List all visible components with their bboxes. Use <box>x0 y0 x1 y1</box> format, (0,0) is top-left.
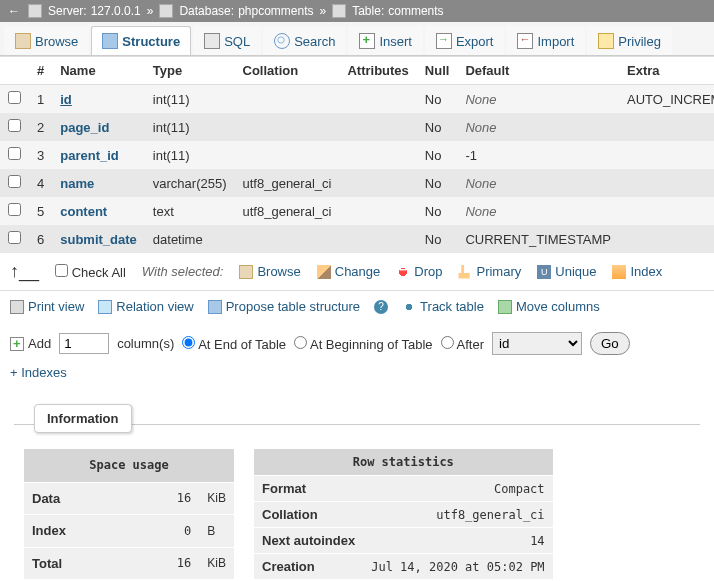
col-attr <box>339 197 416 225</box>
col-extra-header[interactable]: Extra <box>619 57 714 85</box>
tab-browse[interactable]: Browse <box>4 26 89 55</box>
col-collation-header[interactable]: Collation <box>235 57 340 85</box>
print-view[interactable]: Print view <box>10 299 84 314</box>
row-statistics-table: Row statistics FormatCompactCollationutf… <box>254 449 553 580</box>
information-section: Information Space usage Data16KiBIndex0B… <box>14 404 700 581</box>
add-count-input[interactable] <box>59 333 109 354</box>
row-checkbox[interactable] <box>8 147 21 160</box>
eye-icon <box>402 300 416 314</box>
stat-val: 16 <box>133 547 199 579</box>
move-columns[interactable]: Move columns <box>498 299 600 314</box>
col-name[interactable]: id <box>52 85 145 114</box>
tab-privileges[interactable]: Privileg <box>587 26 672 55</box>
search-icon <box>274 33 290 49</box>
stat-unit: KiB <box>199 482 234 514</box>
track-table[interactable]: Track table <box>402 299 484 314</box>
col-collation <box>235 113 340 141</box>
back-arrow-icon[interactable]: ← <box>8 4 20 18</box>
col-name[interactable]: name <box>52 169 145 197</box>
row-checkbox[interactable] <box>8 175 21 188</box>
go-button[interactable]: Go <box>590 332 630 355</box>
stat-key: Data <box>24 482 133 514</box>
tab-structure[interactable]: Structure <box>91 26 191 55</box>
col-num: 1 <box>29 85 52 114</box>
sel-change[interactable]: Change <box>317 264 381 279</box>
row-checkbox[interactable] <box>8 231 21 244</box>
with-selected-label: With selected: <box>142 264 224 279</box>
browse-icon <box>15 33 31 49</box>
col-name-header[interactable]: Name <box>52 57 145 85</box>
stat-key: Index <box>24 515 133 547</box>
export-icon <box>436 33 452 49</box>
col-null: No <box>417 113 458 141</box>
tab-import[interactable]: Import <box>506 26 585 55</box>
help-icon[interactable]: ? <box>374 300 388 314</box>
col-name[interactable]: parent_id <box>52 141 145 169</box>
tab-insert[interactable]: Insert <box>348 26 423 55</box>
propose-structure[interactable]: Propose table structure <box>208 299 360 314</box>
stat-key: Format <box>254 476 363 502</box>
col-attr-header[interactable]: Attributes <box>339 57 416 85</box>
server-label: Server: <box>48 4 87 18</box>
row-checkbox[interactable] <box>8 91 21 104</box>
col-num: 6 <box>29 225 52 253</box>
server-link[interactable]: 127.0.0.1 <box>91 4 141 18</box>
tab-sql[interactable]: SQL <box>193 26 261 55</box>
col-attr <box>339 169 416 197</box>
db-link[interactable]: phpcomments <box>238 4 313 18</box>
table-row: 1idint(11)NoNoneAUTO_INCREMENT <box>0 85 714 114</box>
col-null: No <box>417 225 458 253</box>
stat-val: utf8_general_ci <box>363 502 552 528</box>
sel-drop[interactable]: Drop <box>396 264 442 279</box>
col-default: CURRENT_TIMESTAMP <box>457 225 619 253</box>
space-usage-table: Space usage Data16KiBIndex0BTotal16KiB <box>24 449 234 580</box>
row-checkbox[interactable] <box>8 203 21 216</box>
stat-unit: B <box>199 515 234 547</box>
sel-unique[interactable]: UUnique <box>537 264 596 279</box>
pos-after[interactable]: After <box>441 336 484 352</box>
col-extra <box>619 113 714 141</box>
pencil-icon <box>317 265 331 279</box>
structure-actions: Print view Relation view Propose table s… <box>0 291 714 322</box>
print-icon <box>10 300 24 314</box>
tab-search[interactable]: Search <box>263 26 346 55</box>
relation-view[interactable]: Relation view <box>98 299 193 314</box>
col-null-header[interactable]: Null <box>417 57 458 85</box>
col-name[interactable]: submit_date <box>52 225 145 253</box>
pos-end-radio[interactable] <box>182 336 195 349</box>
col-null: No <box>417 197 458 225</box>
sel-primary[interactable]: Primary <box>458 264 521 279</box>
table-row: 5contenttextutf8_general_ciNoNone <box>0 197 714 225</box>
col-type-header[interactable]: Type <box>145 57 235 85</box>
columns-table: # Name Type Collation Attributes Null De… <box>0 56 714 253</box>
stat-unit: KiB <box>199 547 234 579</box>
col-null: No <box>417 141 458 169</box>
rows-caption: Row statistics <box>254 449 553 476</box>
import-icon <box>517 33 533 49</box>
col-default: None <box>457 169 619 197</box>
pos-end[interactable]: At End of Table <box>182 336 286 352</box>
table-link[interactable]: comments <box>388 4 443 18</box>
select-arrow-icon: ↑__ <box>10 261 39 282</box>
indexes-toggle[interactable]: + Indexes <box>0 365 714 390</box>
row-checkbox[interactable] <box>8 119 21 132</box>
pos-begin[interactable]: At Beginning of Table <box>294 336 433 352</box>
server-icon <box>28 4 42 18</box>
pos-after-radio[interactable] <box>441 336 454 349</box>
sel-index[interactable]: Index <box>612 264 662 279</box>
sel-browse[interactable]: Browse <box>239 264 300 279</box>
add-columns-row: Add column(s) At End of Table At Beginni… <box>0 322 714 365</box>
tab-export[interactable]: Export <box>425 26 505 55</box>
col-name[interactable]: content <box>52 197 145 225</box>
after-column-select[interactable]: id <box>492 332 582 355</box>
col-extra: AUTO_INCREMENT <box>619 85 714 114</box>
space-caption: Space usage <box>24 449 234 482</box>
move-icon <box>498 300 512 314</box>
pos-begin-radio[interactable] <box>294 336 307 349</box>
col-attr <box>339 225 416 253</box>
information-legend: Information <box>34 404 132 433</box>
col-default-header[interactable]: Default <box>457 57 619 85</box>
check-all[interactable]: Check All <box>55 264 126 280</box>
check-all-checkbox[interactable] <box>55 264 68 277</box>
col-name[interactable]: page_id <box>52 113 145 141</box>
